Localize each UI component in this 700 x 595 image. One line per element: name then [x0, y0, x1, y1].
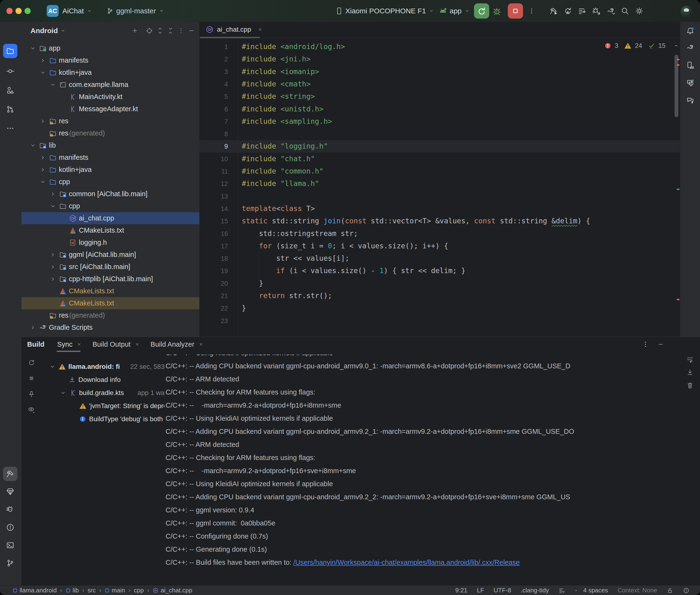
- hide-build-panel-icon[interactable]: [657, 341, 664, 348]
- tree-item-cpp-httplib[interactable]: cpp-httplib [AiChat.lib.main]: [22, 273, 199, 285]
- status-widget-lf[interactable]: LF: [477, 587, 484, 594]
- code-line-10[interactable]: 10#include "chat.h": [199, 153, 680, 165]
- project-widget[interactable]: AiChat: [62, 0, 92, 22]
- vcs-branch-widget[interactable]: ggml-master: [106, 0, 165, 22]
- tree-item-MessageAdapter.kt[interactable]: MessageAdapter.kt: [22, 103, 199, 115]
- tool-window-button-build[interactable]: [3, 467, 18, 481]
- chevron-right-icon[interactable]: [49, 251, 56, 258]
- breadcrumb-item[interactable]: src: [87, 587, 96, 594]
- code-line-11[interactable]: 11#include "common.h": [199, 165, 680, 178]
- tree-item-lib[interactable]: lib: [22, 139, 199, 151]
- build-tree-item[interactable]: build.gradle.ktsapp 1 warning: [22, 386, 164, 399]
- scroll-to-end-icon[interactable]: [686, 369, 694, 376]
- minimize-window-button[interactable]: [16, 8, 22, 14]
- breadcrumb-item[interactable]: cpp: [134, 587, 144, 594]
- status-widget-context-none[interactable]: Context: None: [618, 587, 657, 594]
- tree-item-manifests[interactable]: manifests: [22, 54, 199, 66]
- build-project-icon[interactable]: [549, 7, 558, 15]
- tool-window-button-problems[interactable]: [3, 520, 18, 535]
- tool-window-button-gemini[interactable]: [683, 93, 697, 108]
- expand-all-icon[interactable]: [157, 27, 164, 34]
- chevron-right-icon[interactable]: [29, 324, 36, 331]
- close-tab-icon[interactable]: [257, 27, 263, 32]
- tool-window-button-notifications[interactable]: [683, 24, 697, 38]
- debug-button[interactable]: [490, 0, 504, 22]
- build-tab-build-output[interactable]: Build Output: [92, 340, 140, 348]
- apply-changes-icon[interactable]: [563, 7, 572, 15]
- code-line-15[interactable]: 15static std::string join(const std::vec…: [199, 215, 680, 227]
- breadcrumb-item[interactable]: Cai_chat.cpp: [152, 587, 192, 594]
- code-line-14[interactable]: 14template<class T>: [199, 203, 680, 215]
- code-line-17[interactable]: 17 for (size_t i = 0; i < values.size();…: [199, 240, 680, 252]
- code-line-9[interactable]: 9#include "logging.h": [199, 140, 680, 152]
- error-stripe-mark[interactable]: [677, 59, 679, 60]
- code-line-3[interactable]: 3#include <iomanip>: [199, 66, 680, 78]
- settings-icon[interactable]: [635, 7, 644, 15]
- code-line-19[interactable]: 19 if (i < values.size() - 1) { str << d…: [199, 265, 680, 277]
- build-tab-sync[interactable]: Sync: [57, 340, 82, 348]
- tree-item-CMakeLists.txt[interactable]: CMakeLists.txt: [22, 224, 199, 236]
- status-widget-4-spaces[interactable]: 4 spaces: [575, 587, 608, 594]
- build-output-path-link[interactable]: /Users/hanyin/Workspace/ai-chat/examples…: [293, 559, 520, 566]
- chevron-right-icon[interactable]: [39, 166, 47, 173]
- rerun-button[interactable]: [474, 3, 489, 19]
- tree-item-CMakeLists.txt[interactable]: CMakeLists.txt: [22, 297, 199, 309]
- breadcrumb-item[interactable]: lib: [65, 587, 79, 594]
- chevron-right-icon[interactable]: [39, 154, 47, 161]
- tree-item-com.example.llama[interactable]: com.example.llama: [22, 79, 199, 91]
- tree-item-cpp[interactable]: cpp: [22, 200, 199, 212]
- chevron-down-icon[interactable]: [29, 142, 36, 149]
- tree-item-CMakeLists.txt[interactable]: CMakeLists.txt: [22, 285, 199, 297]
- chevron-right-icon[interactable]: [39, 57, 47, 64]
- hide-icon[interactable]: [188, 27, 195, 34]
- code-line-18[interactable]: 18 str << values[i];: [199, 252, 680, 265]
- build-console[interactable]: C/C++: -- Using KleidiAI optimized kerne…: [164, 355, 699, 577]
- tree-item-Gradle[interactable]: Gradle Scripts: [22, 321, 199, 334]
- attach-debugger-icon[interactable]: [592, 7, 601, 15]
- build-tree-item[interactable]: BuildType 'debug' is both de: [22, 413, 164, 425]
- close-tab-icon[interactable]: [76, 341, 82, 347]
- breadcrumb-item[interactable]: llama.android: [12, 587, 57, 594]
- status-widget-highlight[interactable]: [683, 587, 690, 594]
- tree-item-kotlin+java[interactable]: kotlin+java: [22, 164, 199, 176]
- chevron-down-icon[interactable]: [60, 389, 67, 396]
- tool-window-button-project[interactable]: [3, 44, 18, 58]
- tree-item-src[interactable]: src [AiChat.lib.main]: [22, 261, 199, 273]
- status-widget-9-21[interactable]: 9:21: [455, 587, 468, 594]
- tab-ai-chat-cpp[interactable]: C ai_chat.cpp: [201, 22, 267, 37]
- change-stripe-mark[interactable]: [677, 189, 679, 190]
- chevron-right-icon[interactable]: [39, 118, 47, 125]
- chevron-down-icon[interactable]: [49, 363, 56, 370]
- status-widget--clang-tidy[interactable]: .clang-tidy: [521, 587, 549, 594]
- add-icon[interactable]: [131, 27, 139, 34]
- chevron-down-icon[interactable]: [39, 69, 47, 76]
- zoom-window-button[interactable]: [25, 8, 31, 14]
- close-window-button[interactable]: [6, 8, 12, 14]
- chevron-down-icon[interactable]: [49, 203, 56, 210]
- chevron-right-icon[interactable]: [49, 191, 56, 198]
- chevron-down-icon[interactable]: [39, 178, 47, 186]
- run-configuration-selector[interactable]: app: [439, 0, 470, 22]
- chevron-right-icon[interactable]: [49, 263, 56, 271]
- search-icon[interactable]: [621, 7, 629, 15]
- tool-window-button-commit[interactable]: [3, 64, 18, 78]
- breadcrumb-item[interactable]: main: [105, 587, 125, 594]
- status-widget-lock[interactable]: [667, 587, 673, 594]
- user-avatar[interactable]: [681, 6, 692, 17]
- tool-window-button-logcat[interactable]: [3, 502, 18, 517]
- tree-item-common[interactable]: common [AiChat.lib.main]: [22, 188, 199, 200]
- build-tree-item[interactable]: llama.android: fi22 sec, 583 ms: [22, 360, 164, 373]
- tree-item-manifests[interactable]: manifests: [22, 151, 199, 164]
- build-options-kebab-icon[interactable]: [642, 341, 649, 348]
- locate-icon[interactable]: [145, 27, 153, 34]
- tool-window-button-running-devices[interactable]: [683, 76, 697, 90]
- build-tree-item[interactable]: 'jvmTarget: String' is deprec: [22, 399, 164, 413]
- stop-button[interactable]: [508, 3, 523, 19]
- tree-item-ggml[interactable]: ggml [AiChat.lib.main]: [22, 249, 199, 261]
- code-line-5[interactable]: 5#include <string>: [199, 90, 680, 103]
- chevron-down-icon[interactable]: [29, 45, 36, 52]
- code-line-2[interactable]: 2#include <jni.h>: [199, 53, 680, 65]
- collapse-all-icon[interactable]: [167, 27, 174, 34]
- build-tab-build-analyzer[interactable]: Build Analyzer: [150, 340, 204, 348]
- project-view-selector[interactable]: Android: [30, 22, 66, 39]
